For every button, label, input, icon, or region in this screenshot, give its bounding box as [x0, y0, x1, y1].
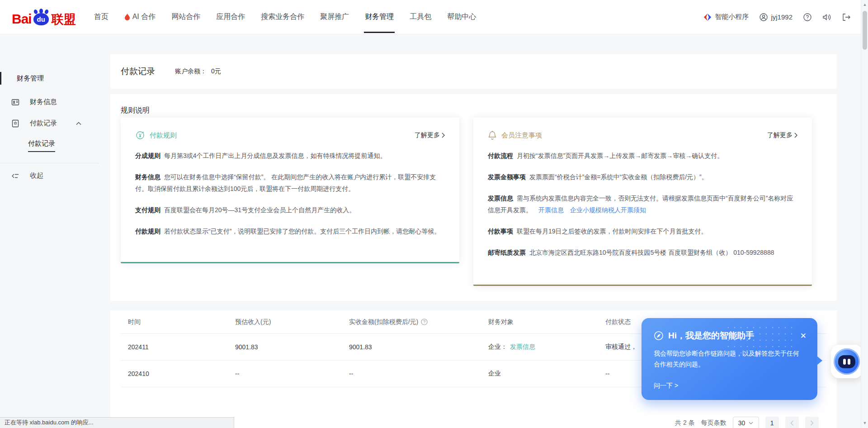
col-time: 时间 [128, 318, 235, 326]
scroll-up-arrow[interactable]: ▲ [861, 2, 868, 7]
payment-rules-more-link[interactable]: 了解更多 [415, 131, 445, 139]
page-title: 付款记录 [121, 66, 155, 77]
invoice-info-link[interactable]: 开票信息 [538, 206, 564, 214]
id-card-icon [11, 98, 19, 106]
chevron-down-icon [749, 422, 753, 425]
col-estimated-income: 预估收入(元) [235, 318, 349, 326]
prev-page-button[interactable] [785, 417, 799, 428]
col-actual-amount: 实收金额(扣除税费后/元) [349, 318, 488, 326]
cell-actual: 9001.83 [349, 343, 488, 351]
popup-dots-decoration [725, 324, 793, 353]
rule-item: 付款规则若付款状态显示“已支付”，说明联盟已安排了您的付款。支付后三个工作日内到… [135, 225, 445, 237]
ask-now-link[interactable]: 问一下 > [654, 382, 678, 390]
sidebar-subitem-payment-record[interactable]: 付款记录 [0, 139, 99, 152]
collapse-icon [11, 172, 19, 180]
main-nav: 首页 AI 合作 网站合作 应用合作 搜索业务合作 聚屏推广 财务管理 工具包 … [94, 0, 476, 34]
balance-value: 0元 [211, 67, 221, 75]
sidebar-divider [0, 163, 99, 163]
rule-item: 财务信息您可以在财务信息中选择“保留付款”。 在此期间您产生的收入将在账户内进行… [135, 171, 445, 195]
nav-toolkit[interactable]: 工具包 [410, 0, 431, 34]
browser-status-bar: 正在等待 xlab.baidu.com 的响应... [0, 417, 234, 428]
flame-icon [124, 14, 130, 21]
cell-estimated: 9001.83 [235, 343, 349, 351]
scrollbar-thumb[interactable] [863, 11, 867, 50]
robot-face-icon [834, 348, 860, 375]
sidebar-section-title: 财务管理 [0, 71, 99, 85]
help-icon[interactable] [803, 13, 811, 21]
topbar-right-area: 智能小程序 jyj1992 [703, 13, 851, 21]
per-page-select[interactable]: 30 [733, 417, 759, 428]
page-scrollbar[interactable]: ▲ ▼ [861, 0, 868, 428]
rules-panel: 规则说明 付款规则 了解更多 分成规则每月第3或4个工作日产出上月分成信息及发票… [110, 94, 837, 301]
account-balance: 账户余额：0元 [175, 67, 221, 76]
bell-icon [488, 130, 497, 140]
close-icon[interactable]: ✕ [800, 332, 807, 340]
pagination: 共 2 条 每页条数 30 1 [675, 416, 819, 428]
nav-website-cooperation[interactable]: 网站合作 [171, 0, 200, 34]
nav-home[interactable]: 首页 [94, 0, 108, 34]
cell-actual: -- [349, 370, 488, 377]
assistant-robot-button[interactable] [831, 345, 863, 378]
nav-ai-cooperation[interactable]: AI 合作 [124, 0, 156, 34]
rule-item: 邮寄纸质发票北京市海淀区西北旺东路10号院百度科技园5号楼 百度联盟财务组（收）… [488, 247, 797, 258]
cell-time: 202411 [128, 343, 235, 351]
cell-time: 202410 [128, 370, 235, 377]
user-icon [760, 13, 768, 21]
sidebar-collapse-button[interactable]: 收起 [0, 171, 99, 180]
logo-text-union: 联盟 [52, 13, 76, 26]
rule-item: 发票金额事项发票票面“价税合计”金额=系统中“实收金额（扣除税费后/元）”。 [488, 171, 797, 183]
sidebar: 财务管理 财务信息 付款记录 付款记录 收起 [0, 34, 99, 428]
account-panel: 付款记录 账户余额：0元 [110, 54, 837, 89]
payment-rules-card: 付款规则 了解更多 分成规则每月第3或4个工作日产出上月分成信息及发票信息，如有… [121, 118, 459, 263]
rules-section-title: 规则说明 [110, 94, 837, 115]
member-notes-title: 会员注意事项 [501, 131, 542, 140]
logout-icon[interactable] [842, 13, 851, 21]
badge-icon [11, 119, 19, 128]
small-taxpayer-notice-link[interactable]: 企业小规模纳税人开票须知 [570, 206, 646, 214]
rule-item: 付款流程月初按“发票信息”页面开具发票→上传发票→邮寄发票→审核→确认支付。 [488, 150, 797, 162]
rule-item: 分成规则每月第3或4个工作日产出上月分成信息及发票信息，如有特殊情况将提前通知。 [135, 150, 445, 162]
nav-screen-promotion[interactable]: 聚屏推广 [320, 0, 349, 34]
total-count: 共 2 条 [675, 419, 695, 427]
chevron-up-icon[interactable] [76, 122, 81, 125]
next-page-button[interactable] [805, 417, 819, 428]
chevron-right-icon [794, 133, 797, 138]
user-account[interactable]: jyj1992 [760, 13, 793, 21]
member-notes-more-link[interactable]: 了解更多 [767, 131, 797, 139]
current-page[interactable]: 1 [765, 417, 779, 428]
cell-estimated: -- [235, 370, 349, 377]
top-navigation-bar: Bai du 联盟 首页 AI 合作 网站合作 应用合作 搜索业务合作 聚屏推广… [0, 0, 868, 34]
smart-assistant-popup: Hi，我是您的智能助手 ✕ 我会帮助您诊断合作链路问题，以及解答您关于任何合作相… [642, 318, 817, 400]
rule-item: 支付规则百度联盟会在每月20号—31号支付企业会员上个自然月产生的收入。 [135, 204, 445, 216]
col-finance-target: 财务对象 [488, 318, 605, 326]
miniprogram-diamond-icon [703, 13, 712, 21]
cell-finance-target: 企业 [488, 370, 605, 378]
cell-finance-target: 企业：发票信息 [488, 343, 605, 351]
invoice-info-cell-link[interactable]: 发票信息 [510, 343, 535, 350]
baidu-paw-icon: du [32, 9, 50, 26]
payment-rules-title: 付款规则 [150, 131, 177, 140]
logo-text-bai: Bai [12, 12, 32, 26]
smart-miniprogram-link[interactable]: 智能小程序 [703, 13, 749, 21]
info-icon[interactable] [421, 319, 428, 325]
baidu-union-logo[interactable]: Bai du 联盟 [12, 9, 76, 26]
yuan-circle-icon [135, 130, 145, 140]
nav-finance-management[interactable]: 财务管理 [365, 0, 394, 34]
nav-search-business[interactable]: 搜索业务合作 [261, 0, 304, 34]
rule-item: 发票信息需与系统内发票信息内容完全一致，否则无法支付。请根据发票信息页面中“百度… [488, 192, 797, 216]
scroll-down-arrow[interactable]: ▼ [861, 421, 868, 425]
nav-help-center[interactable]: 帮助中心 [447, 0, 476, 34]
sidebar-item-payment-record[interactable]: 付款记录 [0, 119, 99, 128]
rule-item: 付款事项联盟在每月19日之后签收的发票，付款时间安排在下个月首批支付。 [488, 225, 797, 237]
chevron-right-icon [442, 133, 445, 138]
member-notes-card: 会员注意事项 了解更多 付款流程月初按“发票信息”页面开具发票→上传发票→邮寄发… [473, 118, 812, 286]
sound-icon[interactable] [822, 13, 831, 21]
per-page-label: 每页条数 [701, 419, 726, 427]
compass-icon [654, 331, 664, 341]
sidebar-item-finance-info[interactable]: 财务信息 [0, 98, 99, 106]
nav-app-cooperation[interactable]: 应用合作 [216, 0, 245, 34]
